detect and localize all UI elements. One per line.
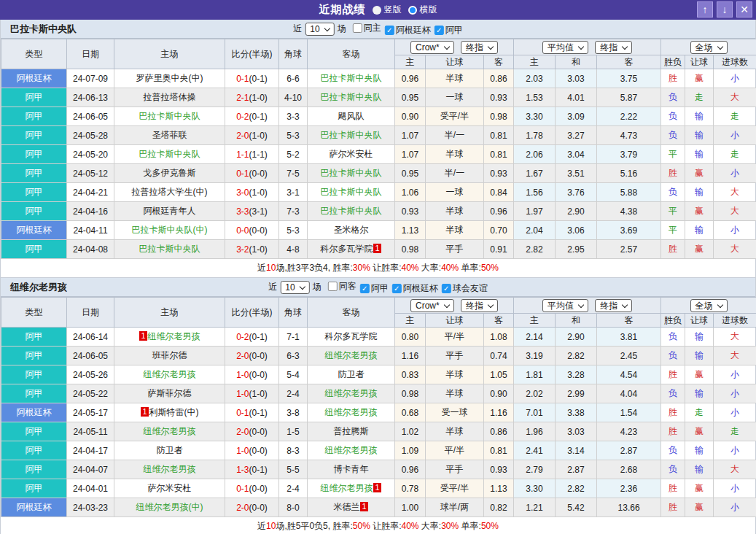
corner-cell: 3-3 [279, 107, 308, 126]
odds-source-select[interactable]: Crow* [410, 41, 454, 54]
team-name[interactable]: 防卫者 [338, 369, 365, 379]
checkbox-icon[interactable]: ✓ [360, 284, 370, 293]
filter-checkbox[interactable]: ✓阿根廷杯 [392, 282, 438, 295]
checkbox-icon[interactable] [353, 23, 362, 33]
scope-select[interactable]: 全场 [690, 41, 728, 54]
team-name[interactable]: 圣米格尔 [334, 225, 369, 235]
team-name[interactable]: 拉普拉塔体操 [144, 92, 196, 102]
filter-checkbox[interactable]: ✓阿甲 [434, 24, 463, 36]
league-type-cell: 阿甲 [1, 126, 67, 145]
radio-icon[interactable] [373, 6, 381, 15]
match-count-value: 10 [310, 24, 319, 34]
checkbox-icon[interactable]: ✓ [385, 26, 394, 35]
team-name[interactable]: 纽维尔老男孩 [325, 407, 378, 417]
team-name[interactable]: 纽维尔老男孩 [144, 464, 196, 474]
team-name[interactable]: 纽维尔老男孩 [325, 350, 378, 360]
team-name[interactable]: 纽维尔老男孩 [144, 426, 196, 436]
checkbox-icon[interactable]: ✓ [442, 284, 451, 293]
team-name[interactable]: 纽维尔老男孩 [325, 445, 378, 455]
match-count-select[interactable]: 10 [280, 281, 309, 294]
radio-icon[interactable] [408, 6, 417, 15]
odds-handicap-cell: 一球 [426, 183, 484, 202]
team-name[interactable]: 巴拉卡斯中央队 [139, 149, 200, 159]
team-name[interactable]: 普拉腾斯 [334, 426, 369, 436]
team-name[interactable]: 萨尔米安杜 [330, 149, 373, 159]
team-name[interactable]: 纽维尔老男孩(中) [136, 502, 203, 512]
avg-home-cell: 1.97 [514, 202, 556, 221]
team-name[interactable]: 巴拉卡斯中央队 [321, 168, 382, 178]
avg-time-select[interactable]: 终指 [595, 299, 632, 312]
move-down-button[interactable]: ↓ [717, 1, 733, 18]
team-name[interactable]: 圣塔菲联 [152, 130, 187, 140]
avg-draw-cell: 3.76 [556, 183, 597, 202]
fulltime-score: 0-1 [236, 169, 249, 179]
team-name[interactable]: 巴拉卡斯中央队 [321, 187, 382, 197]
avg-time-select[interactable]: 终指 [595, 41, 632, 54]
checkbox-label: 同客 [339, 280, 356, 293]
odds-time-select[interactable]: 终指 [461, 41, 498, 54]
checkbox-icon[interactable]: ✓ [392, 284, 402, 293]
team-name[interactable]: 利斯特雷(中) [149, 407, 199, 417]
move-up-button[interactable]: ↑ [697, 1, 713, 18]
team-name[interactable]: 巴拉卡斯中央队(中) [132, 225, 208, 235]
team-name[interactable]: 巴拉卡斯中央队 [321, 92, 382, 102]
checkbox-icon[interactable] [328, 282, 338, 291]
match-count-select[interactable]: 10 [305, 23, 334, 36]
team-name[interactable]: 巴拉卡斯中央队 [321, 206, 382, 216]
filter-checkbox[interactable]: 同客 [328, 280, 356, 293]
team-name[interactable]: 巴拉卡斯中央队 [321, 130, 382, 140]
team-name[interactable]: 巴拉卡斯中央队 [139, 244, 200, 254]
avg-home-cell: 1.53 [514, 88, 556, 107]
team-name[interactable]: 防卫者 [157, 445, 183, 455]
score-cell: 0-1(0-0) [225, 479, 279, 498]
team-name[interactable]: 萨尔米安杜 [148, 483, 192, 493]
odds-handicap-cell: 受一球 [426, 403, 484, 422]
team-name[interactable]: 拉普拉塔大学生(中) [132, 187, 208, 197]
date-cell: 24-05-26 [67, 365, 114, 384]
corner-cell: 5-5 [279, 460, 308, 479]
team-name[interactable]: 米德兰 [333, 502, 359, 512]
team-name[interactable]: 纽维尔老男孩 [144, 369, 196, 379]
avg-home-cell: 2.79 [514, 460, 556, 479]
odds-handicap-cell: 半球 [426, 69, 484, 88]
odds-time-select[interactable]: 终指 [461, 299, 498, 312]
odds-home-cell: 0.80 [395, 328, 426, 347]
avg-source-select[interactable]: 平均值 [542, 299, 588, 312]
checkbox-icon[interactable]: ✓ [434, 26, 444, 35]
result-goals-cell: 小 [714, 403, 756, 422]
team-name[interactable]: 纽维尔老男孩 [325, 388, 378, 398]
filter-checkbox[interactable]: 同主 [353, 22, 381, 34]
team-name[interactable]: 纽维尔老男孩 [320, 483, 373, 493]
odds-source-select[interactable]: Crow* [410, 299, 454, 312]
avg-source-select[interactable]: 平均值 [542, 41, 588, 54]
match-row: 阿甲24-05-12戈多伊克鲁斯0-1(0-0)7-5巴拉卡斯中央队0.95半/… [1, 164, 756, 183]
team-name[interactable]: 科尔多瓦学院 [320, 244, 373, 254]
team-name[interactable]: 巴拉卡斯中央队 [321, 73, 382, 83]
team-name[interactable]: 博卡青年 [334, 464, 369, 474]
layout-radio-horizontal[interactable]: 横版 [408, 4, 437, 16]
team-name[interactable]: 纽维尔老男孩 [148, 331, 200, 341]
col-header-type: 类型 [1, 298, 67, 328]
team-name[interactable]: 罗萨里奥中央(中) [136, 73, 203, 83]
close-button[interactable]: ✕ [736, 1, 752, 18]
scope-select[interactable]: 全场 [690, 299, 728, 312]
team-name[interactable]: 巴拉卡斯中央队 [139, 111, 200, 121]
filter-checkbox[interactable]: ✓阿根廷杯 [385, 24, 431, 36]
col-header-date: 日期 [67, 298, 114, 328]
red-card-badge: 1 [373, 483, 381, 492]
layout-radio-vertical[interactable]: 竖版 [373, 4, 402, 16]
filter-checkbox[interactable]: ✓阿甲 [360, 282, 389, 295]
home-team-cell: 1纽维尔老男孩 [114, 328, 225, 347]
filter-checkbox[interactable]: ✓球会友谊 [442, 282, 488, 295]
team-name[interactable]: 戈多伊克鲁斯 [144, 168, 196, 178]
team-name[interactable]: 科尔多瓦学院 [325, 331, 378, 341]
date-cell: 24-05-12 [67, 164, 114, 183]
team-name[interactable]: 班菲尔德 [152, 350, 187, 360]
away-team-cell: 米德兰1 [308, 498, 395, 517]
league-type-cell: 阿根廷杯 [1, 498, 67, 517]
fulltime-score: 1-0 [236, 370, 249, 380]
odds-away-cell: 0.82 [484, 498, 514, 517]
team-name[interactable]: 飓风队 [338, 111, 365, 121]
team-name[interactable]: 萨斯菲尔德 [148, 388, 192, 398]
team-name[interactable]: 阿根廷青年人 [144, 206, 196, 216]
